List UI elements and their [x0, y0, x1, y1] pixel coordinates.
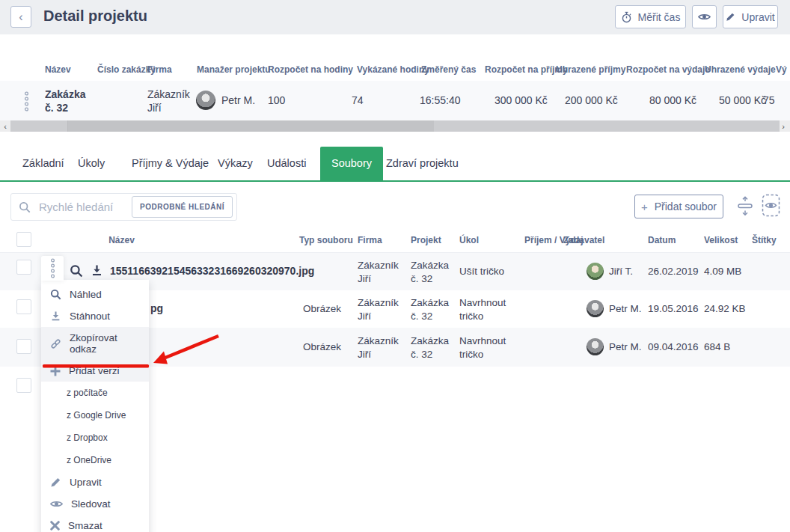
file-name-fragment[interactable]: pg: [150, 302, 163, 314]
add-file-button[interactable]: + Přidat soubor: [634, 195, 723, 218]
project-detail-page: ‹ Detail projektu Měřit čas Upravit Náze…: [0, 0, 790, 532]
scrollbar-track[interactable]: [10, 120, 780, 132]
menu-item-zkopirovat-odkaz[interactable]: Zkopírovat odkaz: [41, 327, 149, 360]
fcol-stitky[interactable]: Štítky: [752, 235, 777, 245]
tab-udalosti[interactable]: Události: [267, 147, 306, 180]
tab-zdravi-projektu[interactable]: Zdraví projektu: [386, 147, 459, 180]
back-button[interactable]: ‹: [10, 6, 31, 28]
topbar: ‹ Detail projektu Měřit čas Upravit: [0, 0, 790, 34]
file-velikost: 684 B: [704, 341, 730, 352]
expand-collapse-button[interactable]: [736, 196, 754, 218]
pcol-nazev[interactable]: Název: [45, 64, 71, 75]
fcol-nazev[interactable]: Název: [90, 235, 153, 245]
advanced-search-button[interactable]: PODROBNÉ HLEDÁNÍ: [132, 196, 233, 218]
tab-bar: Základní Úkoly Příjmy & Výdaje Výkazy Ud…: [0, 147, 790, 182]
fcol-ukol[interactable]: Úkol: [459, 235, 479, 245]
tab-vykazy[interactable]: Výkazy: [218, 147, 253, 180]
project-row[interactable]: Zakázka č. 32 Zákazník Jiří Petr M. 100 …: [0, 81, 790, 120]
fcol-zadavatel[interactable]: Zadavatel: [563, 235, 604, 245]
tab-ukoly[interactable]: Úkoly: [78, 147, 105, 180]
tab-zakladni[interactable]: Základní: [22, 147, 64, 180]
file-datum: 09.04.2016: [648, 341, 699, 352]
scrollbar-thumb[interactable]: [67, 120, 434, 132]
file-velikost: 4.09 MB: [704, 266, 741, 277]
edit-project-button[interactable]: Upravit: [723, 5, 778, 28]
fcol-firma[interactable]: Firma: [358, 235, 382, 245]
watch-project-button[interactable]: [692, 5, 717, 28]
file-name-link[interactable]: 15511663921545633231669260320970.jpg: [110, 265, 314, 277]
add-file-label: Přidat soubor: [655, 201, 717, 213]
link-icon: [50, 338, 61, 349]
row-checkbox[interactable]: [16, 299, 31, 314]
scroll-left-arrow[interactable]: ‹: [0, 120, 10, 132]
pcol-zmereny-cas[interactable]: Změřený čas: [421, 64, 476, 75]
fcol-velikost[interactable]: Velikost: [704, 235, 738, 245]
row-actions-menu-button[interactable]: [41, 256, 64, 281]
menu-item-stahnout[interactable]: Stáhnout: [41, 305, 149, 327]
expand-vertical-icon: [736, 196, 754, 216]
project-firma: Zákazník Jiří: [147, 88, 200, 114]
watch-files-button[interactable]: [762, 194, 780, 219]
project-manager: Petr M.: [221, 94, 255, 106]
row-checkbox[interactable]: [16, 339, 31, 354]
tab-soubory-active[interactable]: Soubory: [320, 147, 383, 180]
budget-expenses: 80 000 Kč: [649, 94, 696, 106]
file-ukol: Navrhnout tričko: [459, 334, 518, 361]
budget-income: 300 000 Kč: [494, 94, 548, 106]
row-checkbox[interactable]: [16, 378, 31, 393]
paid-expenses: 50 000 Kč: [719, 94, 766, 106]
fcol-projekt[interactable]: Projekt: [411, 235, 441, 245]
file-datum: 19.05.2016: [648, 303, 699, 314]
eye-box-icon: [762, 194, 780, 217]
menu-item-z-pocitace[interactable]: z počítače: [41, 382, 149, 404]
menu-item-z-onedrive[interactable]: z OneDrive: [41, 449, 149, 471]
select-all-checkbox[interactable]: [16, 232, 31, 247]
menu-item-nahled[interactable]: Náhled: [41, 284, 149, 305]
file-firma: Zákazník Jiří: [358, 259, 405, 285]
quick-search-input[interactable]: [37, 200, 132, 214]
menu-label: Sledovat: [71, 498, 111, 510]
pcol-uhrazene-vydaje[interactable]: Uhrazené výdaje: [705, 64, 776, 75]
chevron-left-icon: ‹: [19, 10, 22, 24]
menu-item-smazat[interactable]: Smazat: [41, 515, 149, 532]
project-name[interactable]: Zakázka č. 32: [45, 88, 97, 114]
menu-item-upravit[interactable]: Upravit: [41, 471, 149, 493]
scroll-right-arrow[interactable]: ›: [778, 120, 789, 132]
paid-income: 200 000 Kč: [565, 94, 618, 106]
menu-label: Zkopírovat odkaz: [70, 332, 140, 355]
fcol-typ-souboru[interactable]: Typ souboru: [299, 235, 353, 245]
menu-label: Náhled: [70, 289, 102, 300]
fcol-datum[interactable]: Datum: [648, 235, 676, 245]
menu-item-z-google-drive[interactable]: z Google Drive: [41, 404, 149, 426]
file-zadavatel: Jiří T.: [609, 266, 633, 277]
menu-item-pridat-verzi[interactable]: Přidat verzi: [41, 360, 149, 382]
pcol-uhrazene-prijmy[interactable]: Uhrazené příjmy: [556, 64, 625, 75]
file-ukol: Navrhnout tričko: [459, 296, 518, 322]
menu-item-z-dropbox[interactable]: z Dropbox: [41, 426, 149, 449]
measure-time-button[interactable]: Měřit čas: [615, 5, 686, 28]
row-checkbox[interactable]: [16, 260, 31, 275]
pcol-rozpocet-vydaje[interactable]: Rozpočet na výdaje: [626, 64, 710, 75]
pcol-firma[interactable]: Firma: [147, 64, 172, 75]
horizontal-scrollbar[interactable]: ‹ ›: [0, 120, 790, 132]
pcol-manazer[interactable]: Manažer projektu: [197, 64, 271, 75]
reported-hours: 74: [352, 94, 364, 106]
pcol-cut[interactable]: Vý: [776, 64, 787, 75]
menu-label: Upravit: [70, 477, 102, 488]
file-projekt: Zakázka č. 32: [411, 334, 454, 361]
download-icon[interactable]: [91, 264, 103, 277]
eye-icon: [698, 13, 711, 21]
edit-label: Upravit: [741, 11, 774, 23]
menu-label: Smazat: [68, 520, 102, 531]
kebab-dots-icon: [50, 258, 55, 278]
avatar: [587, 263, 604, 280]
file-zadavatel: Petr M.: [609, 341, 642, 352]
tab-prijmy-vydaje[interactable]: Příjmy & Výdaje: [132, 147, 209, 180]
row-menu-dots-icon[interactable]: [24, 91, 29, 111]
download-icon: [50, 311, 61, 322]
pcol-vykazane-hodiny[interactable]: Vykázané hodiny: [357, 64, 429, 75]
menu-item-sledovat[interactable]: Sledovat: [41, 493, 149, 515]
menu-label: Stáhnout: [70, 311, 110, 322]
pcol-rozpocet-hodiny[interactable]: Rozpočet na hodiny: [268, 64, 353, 75]
preview-icon[interactable]: [70, 264, 83, 278]
